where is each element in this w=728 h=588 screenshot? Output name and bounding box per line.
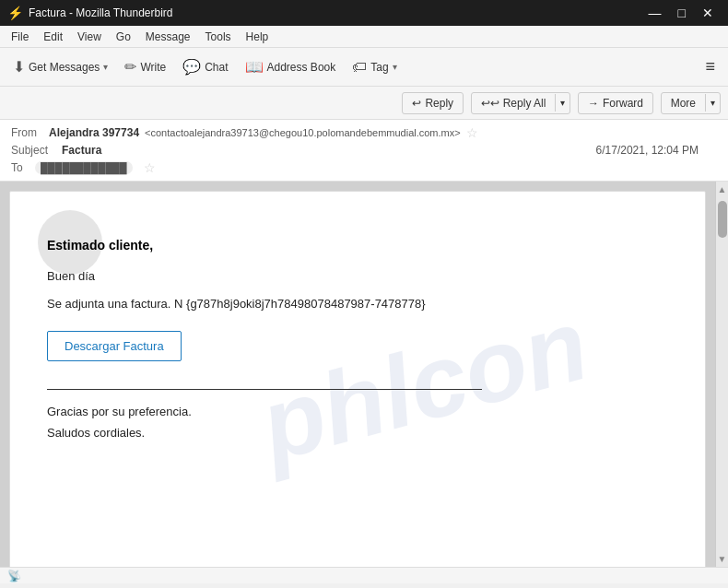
reply-all-button-group: ↩↩ Reply All ▾ — [471, 92, 571, 114]
to-label: To — [11, 161, 29, 174]
email-content: Estimado cliente, Buen día Se adjunta un… — [47, 238, 668, 440]
write-button[interactable]: ✏ Write — [117, 54, 173, 79]
scrollbar: ▲ ▼ — [715, 182, 728, 567]
menu-tools[interactable]: Tools — [198, 29, 239, 45]
menu-bar: File Edit View Go Message Tools Help — [0, 26, 728, 48]
close-button[interactable]: ✕ — [695, 4, 721, 22]
email-invoice-line: Se adjunta una factura. N {g787h8j9oki8j… — [47, 295, 668, 313]
more-button-group: More ▾ — [661, 92, 721, 114]
get-messages-button[interactable]: ⬇ Get Messages ▾ — [6, 54, 115, 79]
sender-name: Alejandra 397734 — [49, 126, 139, 139]
toolbar: ⬇ Get Messages ▾ ✏ Write 💬 Chat 📖 Addres… — [0, 48, 728, 87]
email-date: 6/17/2021, 12:04 PM — [596, 144, 717, 157]
title-bar: ⚡ Factura - Mozilla Thunderbird — □ ✕ — [0, 0, 728, 26]
email-closing-2: Saludos cordiales. — [47, 426, 668, 440]
chat-icon: 💬 — [182, 58, 201, 76]
email-header: From Alejandra 397734 <contactoalejandra… — [0, 120, 728, 182]
window-controls: — □ ✕ — [641, 4, 721, 22]
reply-icon: ↩ — [412, 97, 421, 110]
write-icon: ✏ — [124, 58, 136, 76]
to-star-icon[interactable]: ☆ — [144, 160, 156, 175]
more-dropdown-button[interactable]: ▾ — [705, 94, 720, 112]
email-greeting: Estimado cliente, — [47, 238, 668, 253]
app-icon: ⚡ — [7, 6, 23, 20]
from-label: From — [11, 126, 43, 139]
minimize-button[interactable]: — — [641, 4, 669, 22]
download-factura-button[interactable]: Descargar Factura — [47, 331, 182, 361]
email-closing-1: Gracias por su preferencia. — [47, 405, 668, 418]
menu-edit[interactable]: Edit — [36, 29, 70, 45]
menu-view[interactable]: View — [70, 29, 109, 45]
content-area: phlcon Estimado cliente, Buen día Se adj… — [0, 182, 728, 567]
reply-all-dropdown-icon: ▾ — [560, 98, 565, 108]
menu-message[interactable]: Message — [138, 29, 198, 45]
get-messages-icon: ⬇ — [13, 58, 25, 76]
sender-email: <contactoalejandra39713@chegou10.poloman… — [145, 127, 461, 138]
menu-go[interactable]: Go — [109, 29, 138, 45]
maximize-button[interactable]: □ — [671, 4, 693, 22]
more-dropdown-icon: ▾ — [710, 98, 715, 108]
menu-help[interactable]: Help — [239, 29, 276, 45]
menu-file[interactable]: File — [4, 29, 36, 45]
email-body: phlcon Estimado cliente, Buen día Se adj… — [9, 191, 706, 567]
more-button[interactable]: More — [662, 93, 705, 113]
action-bar: ↩ Reply ↩↩ Reply All ▾ → Forward More ▾ — [0, 87, 728, 120]
email-para-1: Buen día — [47, 267, 668, 286]
tag-button[interactable]: 🏷 Tag ▾ — [345, 55, 404, 79]
email-subject: Factura — [62, 144, 101, 157]
forward-button[interactable]: → Forward — [578, 92, 653, 114]
tag-icon: 🏷 — [352, 59, 367, 76]
recipient-address: ████████████ — [35, 161, 133, 174]
scroll-down-icon[interactable]: ▼ — [715, 551, 728, 567]
reply-button[interactable]: ↩ Reply — [402, 92, 464, 114]
status-bar: 📡 — [0, 567, 728, 583]
reply-all-button[interactable]: ↩↩ Reply All — [472, 93, 556, 113]
subject-label: Subject — [11, 144, 62, 157]
hamburger-menu-icon[interactable]: ≡ — [698, 53, 722, 80]
chat-button[interactable]: 💬 Chat — [175, 54, 235, 79]
scroll-thumb[interactable] — [718, 201, 727, 238]
divider — [47, 389, 482, 390]
window-title: Factura - Mozilla Thunderbird — [29, 6, 173, 19]
forward-icon: → — [588, 97, 599, 110]
star-icon[interactable]: ☆ — [466, 125, 478, 140]
email-body-container[interactable]: phlcon Estimado cliente, Buen día Se adj… — [0, 182, 715, 567]
reply-all-dropdown-button[interactable]: ▾ — [555, 94, 569, 112]
address-book-icon: 📖 — [245, 58, 264, 76]
get-messages-dropdown-icon[interactable]: ▾ — [103, 62, 108, 72]
reply-all-icon: ↩↩ — [481, 97, 499, 110]
scroll-up-icon[interactable]: ▲ — [715, 182, 728, 197]
address-book-button[interactable]: 📖 Address Book — [238, 54, 344, 79]
status-icon: 📡 — [7, 570, 21, 582]
tag-dropdown-icon[interactable]: ▾ — [393, 62, 397, 72]
